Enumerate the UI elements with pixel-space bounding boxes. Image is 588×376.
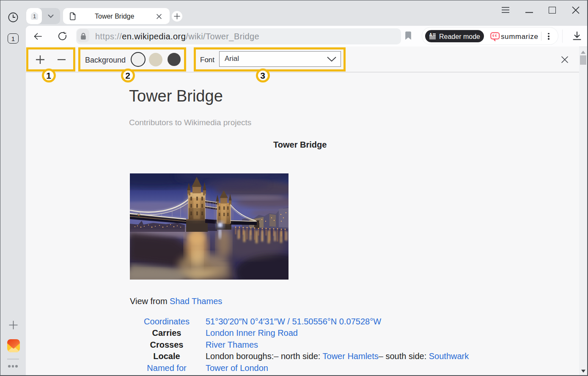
- svg-text:A: A: [429, 33, 432, 37]
- svg-text:1: 1: [33, 13, 36, 19]
